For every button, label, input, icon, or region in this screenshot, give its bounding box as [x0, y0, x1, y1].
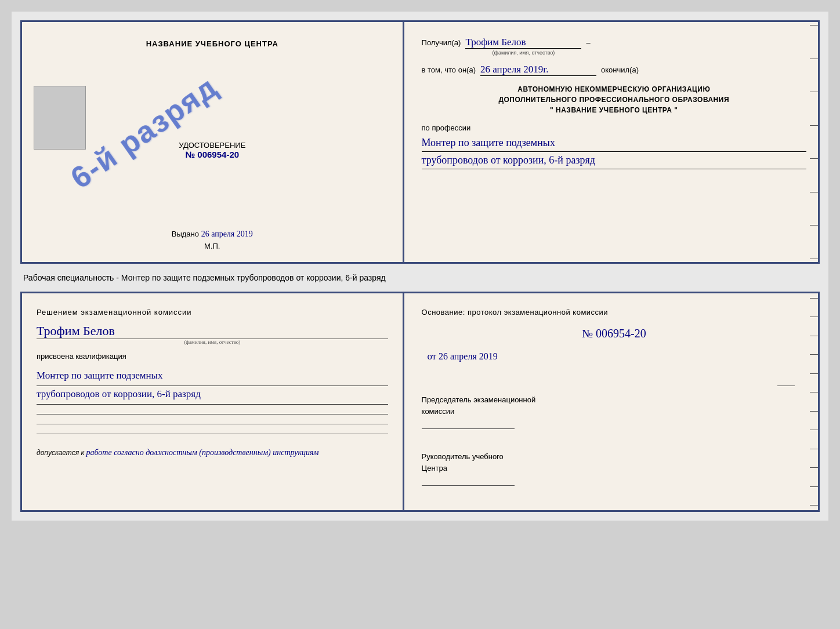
- recipient-name: Трофим Белов: [465, 37, 581, 49]
- udost-number: № 006954-20: [179, 150, 245, 159]
- mp-label: М.П.: [204, 242, 220, 250]
- bottom-certificate: Решением экзаменационной комиссии Трофим…: [20, 292, 820, 512]
- rukovoditel-signature-line: [422, 485, 515, 486]
- bottom-separator-1: [37, 414, 388, 415]
- predsedatel-line1: Председатель экзаменационной: [422, 394, 806, 406]
- predsedatel-block: Председатель экзаменационной комиссии: [422, 394, 806, 429]
- ot-date-row: от 26 апреля 2019: [428, 351, 806, 362]
- vydano-block: Выдано 26 апреля 2019: [172, 218, 253, 239]
- protocol-number-block: № 006954-20: [422, 325, 806, 343]
- edge-line-4: [810, 125, 818, 126]
- br-edge-1: [810, 298, 818, 299]
- bottom-right-edge: [808, 293, 818, 510]
- po-professii-label: по профессии: [422, 123, 806, 132]
- br-edge-4: [810, 354, 818, 355]
- edge-line-5: [810, 158, 818, 159]
- vydano-date: 26 апреля 2019: [201, 230, 253, 238]
- qual-line1: Монтер по защите подземных: [37, 368, 388, 386]
- org-block: АВТОНОМНУЮ НЕКОММЕРЧЕСКУЮ ОРГАНИЗАЦИЮ ДО…: [422, 84, 806, 115]
- rukovoditel-line1: Руководитель учебного: [422, 451, 806, 463]
- ot-date-value: 26 апреля 2019: [439, 351, 498, 361]
- edge-line-3: [810, 92, 818, 92]
- dopuskaetsya-block: допускается к работе согласно должностны…: [37, 448, 388, 457]
- org-line1: АВТОНОМНУЮ НЕКОММЕРЧЕСКУЮ ОРГАНИЗАЦИЮ: [422, 84, 806, 94]
- bottom-name: Трофим Белов: [37, 323, 388, 339]
- profession-line2: трубопроводов от коррозии, 6-й разряд: [422, 152, 806, 169]
- qual-line2: трубопроводов от коррозии, 6-й разряд: [37, 386, 388, 405]
- bottom-separator-3: [37, 434, 388, 434]
- br-edge-9: [810, 449, 818, 449]
- udost-label: УДОСТОВЕРЕНИЕ: [179, 141, 245, 150]
- poluchil-row: Получил(а) Трофим Белов (фамилия, имя, о…: [422, 37, 806, 56]
- spacer-1: [422, 370, 806, 375]
- stamp-text: 6-й разряд: [64, 69, 223, 195]
- stamp-overlay: 6-й разряд: [68, 57, 219, 208]
- top-left-title: НАЗВАНИЕ УЧЕБНОГО ЦЕНТРА: [146, 39, 278, 48]
- predsedatel-line2: комиссии: [422, 406, 806, 417]
- rukovoditel-block: Руководитель учебного Центра: [422, 451, 806, 486]
- edge-line-7: [810, 225, 818, 226]
- br-edge-10: [810, 467, 818, 468]
- po-professii-block: по профессии Монтер по защите подземных …: [422, 123, 806, 169]
- br-edge-3: [810, 336, 818, 336]
- udost-block: УДОСТОВЕРЕНИЕ № 006954-20: [179, 141, 245, 159]
- br-edge-12: [810, 505, 818, 506]
- rukovoditel-line2: Центра: [422, 463, 806, 474]
- edge-line-8: [810, 259, 818, 259]
- spacer-2: [422, 437, 806, 443]
- bottom-cert-right: Основание: протокол экзаменационной коми…: [404, 293, 818, 510]
- bottom-name-block: Трофим Белов (фамилия, имя, отчество): [37, 323, 388, 345]
- dopuskaetsya-label: допускается к: [37, 449, 84, 457]
- vydano-label: Выдано: [172, 230, 199, 238]
- dash-1: –: [586, 38, 590, 47]
- edge-line-1: [810, 25, 818, 26]
- br-edge-8: [810, 430, 818, 430]
- right-edge-deco: [808, 22, 818, 262]
- poluchil-label: Получил(а): [422, 38, 461, 47]
- edge-line-2: [810, 59, 818, 59]
- page-wrapper: НАЗВАНИЕ УЧЕБНОГО ЦЕНТРА 6-й разряд УДОС…: [12, 12, 828, 521]
- br-edge-2: [810, 317, 818, 317]
- top-certificate: НАЗВАНИЕ УЧЕБНОГО ЦЕНТРА 6-й разряд УДОС…: [20, 20, 820, 264]
- resheniyem-label: Решением экзаменационной комиссии: [37, 308, 388, 317]
- qualification-block: Монтер по защите подземных трубопроводов…: [37, 368, 388, 405]
- osnovanie-label: Основание: протокол экзаменационной коми…: [422, 308, 806, 317]
- bottom-separator-2: [37, 424, 388, 424]
- ot-label: от: [428, 351, 437, 362]
- br-separator-dash: [777, 386, 795, 386]
- bottom-cert-left: Решением экзаменационной комиссии Трофим…: [22, 293, 404, 510]
- edge-line-6: [810, 192, 818, 192]
- vtom-label: в том, что он(а): [422, 66, 476, 74]
- predsedatel-signature-line: [422, 428, 515, 429]
- dopuskaetsya-text: работе согласно должностным (производств…: [86, 448, 318, 457]
- prisvoena-label: присвоена квалификация: [37, 352, 388, 361]
- protocol-number: № 006954-20: [422, 327, 806, 340]
- org-line3: " НАЗВАНИЕ УЧЕБНОГО ЦЕНТРА ": [422, 105, 806, 115]
- vtom-row: в том, что он(а) 26 апреля 2019г. окончи…: [422, 64, 806, 76]
- br-edge-6: [810, 392, 818, 392]
- photo-placeholder: [34, 86, 86, 150]
- br-edge-11: [810, 486, 818, 487]
- br-edge-5: [810, 373, 818, 374]
- okonchil-label: окончил(а): [601, 66, 639, 74]
- name-sublabel: (фамилия, имя, отчество): [465, 50, 581, 56]
- br-edge-7: [810, 411, 818, 412]
- bottom-name-small: (фамилия, имя, отчество): [37, 339, 388, 345]
- specialty-text: Рабочая специальность - Монтер по защите…: [20, 270, 820, 286]
- vtom-date: 26 апреля 2019г.: [480, 64, 596, 76]
- org-line2: ДОПОЛНИТЕЛЬНОГО ПРОФЕССИОНАЛЬНОГО ОБРАЗО…: [422, 94, 806, 105]
- profession-line1: Монтер по защите подземных: [422, 134, 806, 152]
- top-cert-right: Получил(а) Трофим Белов (фамилия, имя, о…: [404, 22, 818, 262]
- top-cert-left: НАЗВАНИЕ УЧЕБНОГО ЦЕНТРА 6-й разряд УДОС…: [22, 22, 404, 262]
